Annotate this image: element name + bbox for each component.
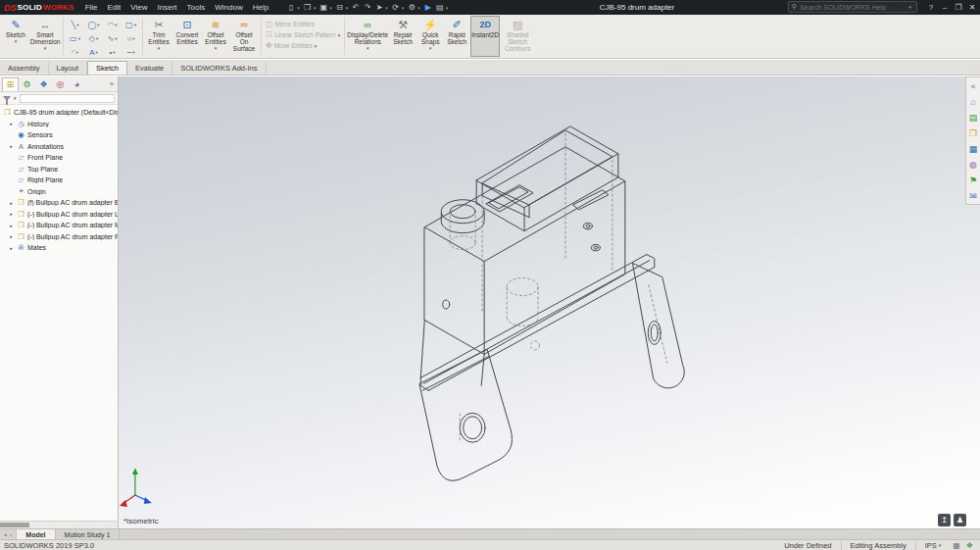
- collapse-taskpane-icon[interactable]: «: [967, 79, 980, 92]
- point-tool-icon[interactable]: •▾: [103, 45, 122, 59]
- dropdown-caret[interactable]: ▾: [297, 5, 300, 11]
- tree-item-part-l[interactable]: ▸ ❒ (-) Bullpup AC drum adapter L<1: [0, 209, 118, 221]
- tree-item-part-b2[interactable]: ▸ ❒ (f) Bullpup AC drum adapter B2<1: [0, 197, 118, 209]
- dropdown-caret[interactable]: ▾: [402, 5, 405, 11]
- menu-help[interactable]: Help: [248, 2, 273, 13]
- options-icon[interactable]: ⚙: [406, 3, 417, 12]
- dropdown-caret[interactable]: ▾: [15, 38, 18, 44]
- expander-icon[interactable]: ▸: [8, 143, 15, 149]
- tree-item-mates[interactable]: ▸ ✇ Mates: [0, 242, 118, 254]
- undo-icon[interactable]: ↶: [350, 3, 362, 12]
- dropdown-caret[interactable]: ▾: [417, 5, 420, 11]
- tree-item-top-plane[interactable]: ▱ Top Plane: [0, 164, 118, 175]
- smart-dimension-button[interactable]: ↔ Smart Dimension ▾: [29, 16, 61, 57]
- graphics-viewport[interactable]: *Isometric ↥ ♟: [119, 76, 980, 528]
- filter-icon[interactable]: [3, 96, 11, 101]
- dropdown-caret[interactable]: ▾: [158, 45, 161, 51]
- rectangle-tool-icon[interactable]: ▢▾: [122, 18, 140, 31]
- tree-item-annotations[interactable]: ▸ A Annotations: [0, 141, 118, 153]
- close-button[interactable]: ✕: [965, 3, 979, 12]
- sketch-button[interactable]: ✎ Sketch ▾: [2, 16, 29, 57]
- toolbar-icon[interactable]: ▦: [950, 541, 963, 550]
- dropdown-caret[interactable]: ▾: [215, 45, 218, 51]
- configurationmanager-tab[interactable]: ❖: [35, 77, 52, 91]
- arc-tool-icon[interactable]: ◠▾: [103, 18, 122, 31]
- tab-assembly[interactable]: Assembly: [0, 62, 49, 75]
- propertymanager-tab[interactable]: ⚙: [19, 77, 35, 91]
- file-explorer-icon[interactable]: ❐: [967, 126, 980, 139]
- print-icon[interactable]: ⊟: [334, 3, 346, 12]
- featuremanager-tab[interactable]: ⊞: [2, 77, 19, 91]
- dropdown-caret[interactable]: ▾: [446, 5, 449, 11]
- offset-on-surface-button[interactable]: ≂ Offset On Surface: [229, 16, 259, 57]
- displaymanager-tab[interactable]: ◕: [69, 77, 85, 91]
- circle-tool-icon[interactable]: ◯▾: [84, 18, 103, 31]
- convert-entities-button[interactable]: ⊡ Convert Entities: [172, 16, 202, 57]
- tree-item-root[interactable]: ❒ CJB-95 drum adapter (Default<Displa: [0, 107, 118, 119]
- tree-item-right-plane[interactable]: ▱ Right Plane: [0, 175, 118, 186]
- restore-button[interactable]: ❐: [952, 3, 965, 12]
- new-icon[interactable]: ▯: [285, 3, 297, 12]
- scrollbar-thumb[interactable]: [0, 523, 29, 527]
- tab-model[interactable]: Model: [17, 529, 55, 539]
- upload-icon[interactable]: ↥: [938, 514, 951, 526]
- dropdown-caret[interactable]: ▾: [429, 45, 432, 51]
- help-search-input[interactable]: [800, 4, 906, 11]
- dropdown-caret[interactable]: ▾: [329, 5, 332, 11]
- expander-icon[interactable]: ▸: [8, 200, 15, 206]
- expander-icon[interactable]: ▸: [8, 211, 15, 217]
- spline-tool-icon[interactable]: ∿▾: [103, 31, 122, 45]
- fillet-tool-icon[interactable]: ◜▾: [66, 45, 84, 59]
- menu-file[interactable]: File: [80, 2, 103, 13]
- centerline-tool-icon[interactable]: ╌▾: [122, 45, 140, 59]
- rebuild-icon[interactable]: ⟳: [390, 3, 402, 12]
- forum-icon[interactable]: ✉: [967, 189, 980, 202]
- dropdown-caret[interactable]: ▾: [14, 95, 17, 101]
- tab-sketch[interactable]: Sketch: [87, 61, 127, 75]
- ellipse-tool-icon[interactable]: ○▾: [122, 31, 140, 45]
- save-icon[interactable]: ▣: [318, 3, 329, 12]
- tree-item-part-m[interactable]: ▸ ❒ (-) Bullpup AC drum adapter M<1: [0, 220, 118, 231]
- expander-icon[interactable]: ▸: [8, 245, 15, 251]
- tab-motion-study-1[interactable]: Motion Study 1: [56, 529, 121, 539]
- instant2d-button[interactable]: 2D Instant2D: [470, 16, 500, 57]
- rewind-icon[interactable]: «: [4, 531, 7, 537]
- dropdown-caret[interactable]: ▾: [908, 4, 911, 10]
- text-tool-icon[interactable]: A▾: [84, 45, 103, 59]
- tag-icon[interactable]: ❖: [963, 541, 976, 550]
- panel-horizontal-scrollbar[interactable]: [0, 521, 118, 528]
- unit-system-selector[interactable]: IPS ▾: [915, 541, 951, 550]
- dropdown-caret[interactable]: ▾: [346, 5, 349, 11]
- expand-pane-tab[interactable]: »: [106, 77, 118, 91]
- dropdown-caret[interactable]: ▾: [314, 5, 317, 11]
- menu-tools[interactable]: Tools: [182, 2, 211, 13]
- user-icon[interactable]: ♟: [954, 514, 966, 526]
- help-button[interactable]: ?: [924, 3, 938, 12]
- solidworks-resources-icon[interactable]: ⌂: [967, 95, 980, 108]
- tab-evaluate[interactable]: Evaluate: [127, 62, 172, 75]
- tree-item-sensors[interactable]: ◉ Sensors: [0, 129, 118, 141]
- custom-properties-icon[interactable]: ⚑: [967, 174, 980, 186]
- expander-icon[interactable]: ▸: [8, 121, 15, 126]
- tree-item-front-plane[interactable]: ▱ Front Plane: [0, 152, 118, 164]
- display-delete-relations-button[interactable]: ∞ Display/Delete Relations ▾: [347, 16, 388, 57]
- polygon-tool-icon[interactable]: ◇▾: [84, 31, 103, 45]
- expander-icon[interactable]: ▸: [8, 233, 15, 239]
- menu-insert[interactable]: Insert: [153, 2, 182, 13]
- select-icon[interactable]: ➤: [373, 3, 385, 12]
- design-library-icon[interactable]: ▤: [967, 111, 980, 124]
- expander-icon[interactable]: ▸: [8, 223, 15, 228]
- offset-entities-button[interactable]: ≋ Offset Entities ▾: [202, 16, 229, 57]
- minimize-button[interactable]: –: [938, 3, 952, 12]
- repair-sketch-button[interactable]: ⚒ Repair Sketch: [388, 16, 417, 57]
- rapid-sketch-button[interactable]: ✐ Rapid Sketch: [443, 16, 470, 57]
- tab-layout[interactable]: Layout: [49, 62, 88, 75]
- menu-view[interactable]: View: [125, 2, 152, 13]
- tree-item-history[interactable]: ▸ ◷ History: [0, 119, 118, 130]
- help-search-box[interactable]: ⚲ ▾: [788, 1, 917, 13]
- dropdown-caret[interactable]: ▾: [367, 45, 369, 51]
- view-palette-icon[interactable]: ▦: [967, 142, 980, 155]
- tree-item-origin[interactable]: ⌖ Origin: [0, 186, 118, 198]
- tab-solidworks-add-ins[interactable]: SOLIDWORKS Add-Ins: [172, 62, 266, 75]
- window-icon[interactable]: ▤: [434, 3, 446, 12]
